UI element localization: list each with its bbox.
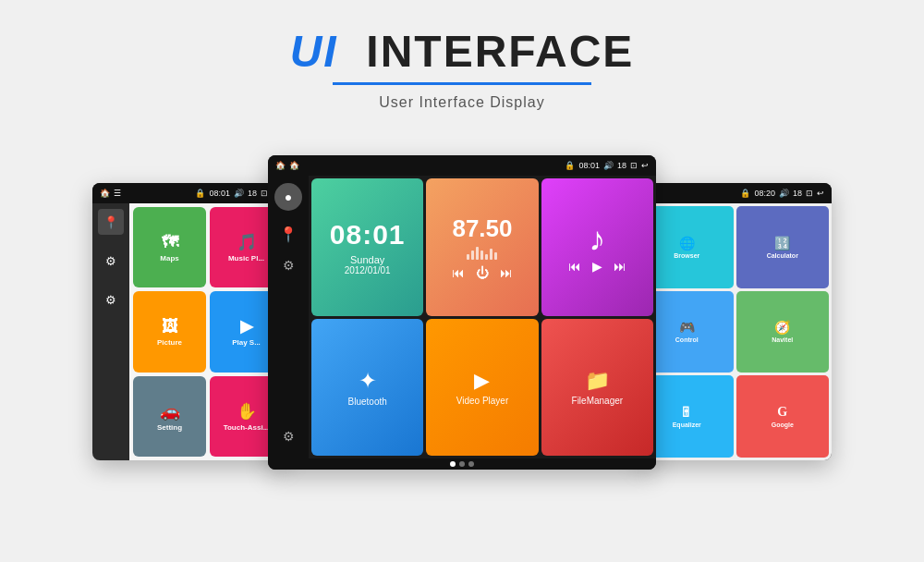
dot-3[interactable] (468, 461, 474, 467)
picture-label: Picture (157, 338, 182, 347)
page-dots (268, 458, 656, 470)
bar2 (471, 250, 474, 260)
right-status-right: 🔒 08:20 🔊 18 ⊡ ↩ (740, 189, 824, 198)
screen-left: 🏠 ☰ 🔒 08:01 🔊 18 ⊡ ↩ 📍 ⚙ ⚙ 🗺 Maps (92, 183, 286, 460)
left-status-lock: 🔒 (195, 189, 205, 198)
play-label: Play S... (232, 338, 261, 347)
equalizer-icon: 🎚 (680, 405, 693, 420)
app-navitel[interactable]: 🧭 Navitel (736, 291, 830, 373)
radio-power[interactable]: ⏻ (476, 265, 489, 280)
left-status-vol: 🔊 (234, 189, 244, 198)
navitel-icon: 🧭 (774, 320, 790, 335)
radio-tile[interactable]: 87.50 ⏮ (426, 178, 538, 316)
app-calculator[interactable]: 🔢 Calculator (736, 206, 830, 288)
center-eq-icon[interactable]: ⚙ (283, 258, 295, 273)
filemanager-icon: 📁 (585, 369, 610, 393)
left-sidebar-nav[interactable]: 📍 (98, 209, 124, 235)
center-status-bar: 🏠 🏠 🔒 08:01 🔊 18 ⊡ ↩ (268, 155, 656, 176)
left-status-left: 🏠 ☰ (100, 189, 121, 198)
maps-label: Maps (160, 254, 178, 263)
center-lock: 🔒 (565, 161, 575, 170)
browser-icon: 🌐 (679, 236, 695, 250)
music-note-icon: ♪ (589, 220, 605, 259)
center-nav-icon[interactable]: 📍 (279, 226, 298, 243)
right-lock: 🔒 (740, 189, 750, 198)
bar3 (476, 247, 479, 260)
radio-prev[interactable]: ⏮ (452, 265, 465, 280)
center-count: 18 (617, 161, 626, 170)
left-app-grid: 🗺 Maps 🎵 Music Pl... 🖼 Picture ▶ Play S.… (129, 203, 286, 460)
left-status-count: 18 (248, 189, 257, 198)
bar7 (494, 252, 497, 260)
calculator-icon: 🔢 (774, 236, 790, 250)
left-status-box: ⊡ (261, 189, 268, 198)
music-controls: ⏮ ▶ ⏭ (568, 259, 626, 274)
bluetooth-tile[interactable]: ✦ Bluetooth (311, 319, 423, 457)
music-label: Music Pl... (228, 254, 264, 263)
google-label: Google (772, 422, 794, 428)
screens-container: 🏠 ☰ 🔒 08:01 🔊 18 ⊡ ↩ 📍 ⚙ ⚙ 🗺 Maps (0, 137, 924, 470)
center-status-left: 🏠 🏠 (275, 161, 299, 170)
left-sidebar-settings[interactable]: ⚙ (98, 248, 124, 274)
music-next[interactable]: ⏭ (614, 259, 626, 274)
picture-icon: 🖼 (162, 317, 178, 336)
bar4 (480, 250, 483, 260)
video-tile[interactable]: ▶ Video Player (426, 319, 538, 457)
center-time: 08:01 (578, 161, 600, 170)
right-status-bar: 🔒 08:20 🔊 18 ⊡ ↩ (638, 183, 832, 203)
app-picture[interactable]: 🖼 Picture (133, 291, 206, 372)
left-sidebar: 📍 ⚙ ⚙ (92, 203, 129, 460)
left-status-right: 🔒 08:01 🔊 18 ⊡ ↩ (195, 189, 279, 198)
screen-center: 🏠 🏠 🔒 08:01 🔊 18 ⊡ ↩ ● 📍 ⚙ ⚙ (268, 155, 656, 470)
music-prev[interactable]: ⏮ (568, 259, 581, 274)
right-time: 08:20 (754, 189, 775, 198)
radio-next[interactable]: ⏭ (500, 265, 513, 280)
navitel-label: Navitel (772, 336, 793, 343)
left-status-menu: ☰ (114, 189, 121, 198)
bluetooth-icon: ✦ (359, 368, 377, 394)
bar5 (485, 254, 488, 260)
radio-controls: ⏮ ⏻ ⏭ (452, 265, 513, 280)
touch-label: Touch-Assi... (224, 423, 270, 432)
play-icon: ▶ (240, 316, 253, 336)
right-app-grid: 🌐 Browser 🔢 Calculator 🎮 Control 🧭 Navit… (638, 203, 832, 460)
title-ui: UI (290, 27, 338, 76)
dot-1[interactable] (450, 461, 456, 467)
left-sidebar-gear[interactable]: ⚙ (98, 287, 124, 312)
filemanager-tile[interactable]: 📁 FileManager (541, 319, 653, 457)
clock-time: 08:01 (330, 219, 406, 250)
center-gear-icon[interactable]: ⚙ (283, 429, 295, 444)
google-icon: G (777, 405, 787, 420)
clock-date: 2012/01/01 (345, 265, 391, 275)
touch-icon: ✋ (237, 401, 257, 422)
left-screen-content: 📍 ⚙ ⚙ 🗺 Maps 🎵 Music Pl... 🖼 Picture (92, 203, 286, 460)
music-icon: 🎵 (237, 232, 257, 252)
center-main-grid: 08:01 Sunday 2012/01/01 87.50 (309, 176, 656, 458)
maps-icon: 🗺 (162, 233, 178, 252)
app-google[interactable]: G Google (736, 375, 830, 458)
setting-icon: 🚗 (160, 401, 180, 422)
header: UI INTERFACE User Interface Display (290, 0, 635, 111)
center-back: ↩ (641, 161, 649, 170)
app-maps[interactable]: 🗺 Maps (133, 207, 206, 287)
app-setting[interactable]: 🚗 Setting (133, 376, 206, 457)
right-back: ↩ (817, 189, 824, 198)
center-vol: 🔊 (603, 161, 614, 170)
title-interface: INTERFACE (366, 27, 634, 76)
music-tile[interactable]: ♪ ⏮ ▶ ⏭ (541, 178, 653, 316)
control-icon: 🎮 (679, 320, 695, 335)
video-label: Video Player (456, 396, 509, 406)
dot-2[interactable] (459, 461, 465, 467)
clock-tile[interactable]: 08:01 Sunday 2012/01/01 (311, 178, 423, 316)
center-home1: 🏠 (275, 161, 286, 170)
filemanager-label: FileManager (572, 396, 624, 406)
music-next-arrow[interactable]: ▶ (592, 259, 602, 274)
equalizer-label: Equalizer (673, 422, 701, 428)
main-title: UI INTERFACE (290, 26, 635, 77)
center-home2: 🏠 (289, 161, 299, 170)
bar1 (467, 254, 469, 260)
center-box: ⊡ (630, 161, 638, 170)
subtitle: User Interface Display (290, 94, 635, 111)
radio-bars (467, 247, 497, 260)
browser-label: Browser (674, 252, 699, 259)
